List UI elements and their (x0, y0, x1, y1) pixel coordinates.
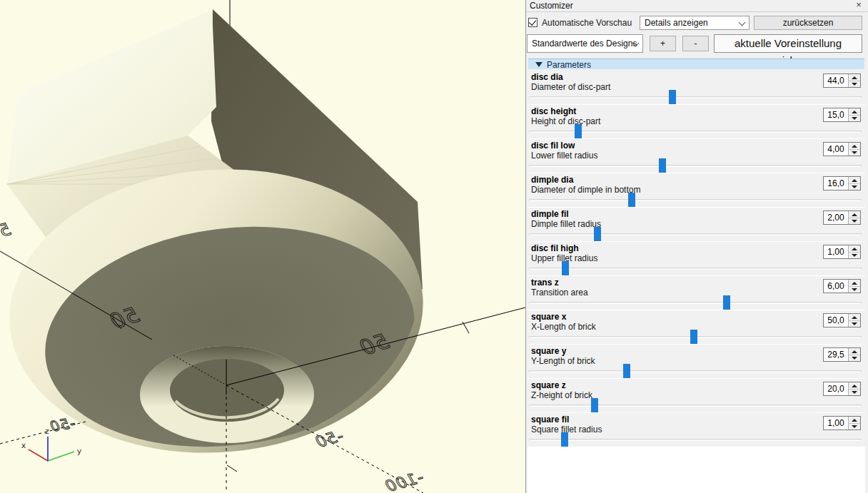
spin-down-icon[interactable] (849, 286, 860, 293)
slider-groove[interactable] (529, 96, 862, 98)
parameter-slider[interactable] (529, 295, 862, 310)
panel-title: Customizer (530, 1, 573, 11)
parameter-spinbox[interactable]: 44,0 (823, 73, 861, 88)
parameter-row: disc fil low Lower fillet radius 4,00 (528, 139, 865, 173)
parameter-spinbox[interactable]: 2,00 (823, 210, 861, 225)
parameter-slider[interactable] (529, 90, 862, 104)
spin-down-icon[interactable] (849, 183, 860, 190)
spin-down-icon[interactable] (849, 218, 860, 224)
parameters-section-header[interactable]: Parameters (528, 59, 864, 69)
parameter-slider[interactable] (529, 261, 862, 275)
parameter-name: square x (531, 312, 566, 322)
slider-groove[interactable] (529, 233, 862, 235)
parameter-name: disc height (531, 106, 576, 116)
details-dropdown[interactable]: Details anzeigen (640, 16, 750, 30)
parameter-value[interactable]: 15,0 (824, 110, 848, 120)
parameter-spinbox[interactable]: 15,0 (823, 108, 861, 122)
close-icon[interactable]: × (854, 0, 864, 10)
parameter-slider[interactable] (529, 158, 862, 173)
parameter-spinbox[interactable]: 6,00 (823, 279, 861, 293)
slider-handle[interactable] (723, 295, 730, 310)
slider-handle[interactable] (623, 364, 630, 378)
parameter-value[interactable]: 2,00 (824, 213, 848, 223)
parameter-spinbox[interactable]: 29,5 (823, 347, 861, 362)
spinner (848, 280, 860, 293)
spinner (848, 177, 860, 190)
parameter-spinbox[interactable]: 20,0 (823, 382, 861, 396)
parameter-spinbox[interactable]: 16,0 (823, 176, 861, 190)
spin-down-icon[interactable] (849, 355, 860, 361)
parameter-row: disc dia Diameter of disc-part 44,0 (528, 71, 865, 104)
parameter-slider[interactable] (529, 193, 862, 207)
parameter-row: disc fil high Upper fillet radius 1,00 (528, 242, 865, 275)
remove-preset-button[interactable]: - (682, 36, 709, 51)
save-preset-button[interactable]: aktuelle Voreinstellung speichern (714, 34, 862, 53)
3d-viewport[interactable]: 50 50 -50 -50 -100 50 x y z (0, 0, 525, 493)
preset-dropdown[interactable]: Standardwerte des Designs (527, 34, 643, 53)
parameter-row: dimple dia Diameter of dimple in bottom … (528, 173, 865, 207)
parameter-value[interactable]: 16,0 (824, 178, 848, 188)
spin-down-icon[interactable] (849, 115, 860, 121)
spin-down-icon[interactable] (849, 81, 860, 87)
parameter-slider[interactable] (529, 124, 862, 138)
customizer-panel: Customizer × Automatische Vorschau Detai… (525, 0, 868, 493)
parameters-list: disc dia Diameter of disc-part 44,0 disc… (528, 71, 865, 493)
spin-down-icon[interactable] (849, 423, 860, 430)
parameter-value[interactable]: 1,00 (824, 418, 848, 428)
spin-down-icon[interactable] (849, 149, 860, 156)
slider-handle[interactable] (690, 330, 697, 344)
slider-handle[interactable] (669, 90, 676, 104)
slider-groove[interactable] (529, 165, 862, 167)
parameter-slider[interactable] (529, 364, 862, 378)
slider-handle[interactable] (594, 227, 601, 241)
chevron-down-icon (739, 19, 746, 26)
slider-groove[interactable] (529, 199, 862, 201)
parameter-row: square x X-Length of brick 50,0 (528, 310, 865, 344)
parameter-name: dimple fil (531, 209, 569, 219)
spinner (848, 314, 860, 327)
slider-groove[interactable] (529, 302, 862, 304)
parameter-slider[interactable] (529, 227, 862, 241)
spin-down-icon[interactable] (849, 252, 860, 258)
spin-down-icon[interactable] (849, 320, 860, 327)
auto-preview-checkbox[interactable] (528, 18, 538, 27)
parameter-row: square fil Square fillet radius 1,00 (528, 413, 865, 447)
spinner (848, 143, 860, 156)
slider-groove[interactable] (529, 405, 862, 407)
add-preset-button[interactable]: + (650, 36, 676, 51)
slider-handle[interactable] (561, 432, 568, 447)
parameter-name: square z (531, 380, 566, 390)
customizer-titlebar: Customizer × (526, 0, 868, 12)
parameter-value[interactable]: 50,0 (824, 315, 848, 325)
parameter-spinbox[interactable]: 50,0 (823, 313, 861, 327)
parameter-name: disc fil low (531, 141, 575, 151)
slider-handle[interactable] (659, 158, 666, 173)
slider-groove[interactable] (529, 439, 862, 441)
auto-preview-label: Automatische Vorschau (542, 18, 632, 28)
spin-down-icon[interactable] (849, 389, 860, 395)
spinner (848, 74, 860, 87)
parameter-name: square y (531, 346, 566, 356)
parameter-value[interactable]: 44,0 (824, 76, 848, 86)
parameter-value[interactable]: 20,0 (824, 384, 848, 394)
reset-button[interactable]: zurücksetzen (754, 16, 862, 30)
slider-handle[interactable] (591, 398, 598, 412)
parameter-spinbox[interactable]: 1,00 (823, 416, 861, 430)
parameter-value[interactable]: 4,00 (824, 144, 848, 154)
parameter-value[interactable]: 1,00 (824, 247, 848, 257)
slider-handle[interactable] (562, 261, 569, 275)
slider-groove[interactable] (529, 370, 862, 372)
parameter-row: square z Z-height of brick 20,0 (528, 379, 865, 412)
slider-groove[interactable] (529, 268, 862, 270)
parameter-name: disc dia (531, 72, 563, 82)
parameter-value[interactable]: 6,00 (824, 281, 848, 291)
parameter-slider[interactable] (529, 398, 862, 412)
parameter-slider[interactable] (529, 330, 862, 344)
gnomon-y-label: y (77, 447, 82, 456)
slider-handle[interactable] (575, 124, 582, 138)
parameter-spinbox[interactable]: 4,00 (823, 142, 861, 156)
slider-handle[interactable] (628, 193, 635, 207)
parameter-spinbox[interactable]: 1,00 (823, 245, 861, 259)
parameter-value[interactable]: 29,5 (824, 350, 848, 360)
parameter-slider[interactable] (529, 432, 862, 447)
